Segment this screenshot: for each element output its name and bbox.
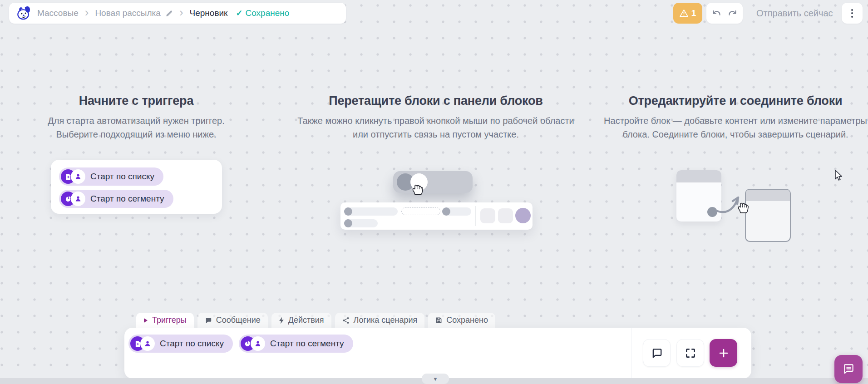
panel-trigger-chips: Старт по списку Старт по сегменту <box>128 335 353 353</box>
onboarding-description: Настройте блок — добавьте контент или из… <box>604 114 867 141</box>
saved-status: ✓ Сохранено <box>236 8 289 18</box>
scenario-canvas[interactable]: Массовые › Новая рассылка › Черновик ✓ С… <box>0 0 868 384</box>
grab-hand-cursor-icon <box>410 182 425 197</box>
person-icon <box>71 169 85 184</box>
lightning-icon <box>279 317 284 324</box>
onboarding-description: Для старта автоматизаций нужен триггер. … <box>27 114 245 141</box>
triggers-panel: Старт по списку Старт по сегменту <box>124 328 751 379</box>
tab-saved[interactable]: Сохранено <box>428 313 495 328</box>
app-logo-dog-icon[interactable] <box>15 4 33 22</box>
onboarding-column-trigger: Начните с триггера Для старта автоматиза… <box>27 94 245 141</box>
skeleton-square <box>498 208 513 223</box>
trigger-chip-label: Старт по списку <box>90 172 154 182</box>
trigger-chip-label: Старт по списку <box>160 339 224 349</box>
trigger-chip-start-by-segment[interactable]: Старт по сегменту <box>239 335 353 353</box>
block-panel-illustration <box>340 202 533 230</box>
plus-icon <box>718 348 729 359</box>
kebab-dot <box>851 9 853 11</box>
undo-icon[interactable] <box>712 10 722 17</box>
tab-label: Логика сценария <box>354 315 418 325</box>
panel-divider <box>631 328 631 379</box>
block-panel-tabs: Триггеры Сообщение Действия Логика сцена… <box>136 313 495 328</box>
dragged-block-illustration <box>393 171 473 193</box>
skeleton-purple-circle <box>515 208 531 223</box>
add-block-button[interactable] <box>710 339 737 367</box>
person-icon <box>71 192 85 206</box>
undo-redo-group <box>706 3 743 24</box>
breadcrumb-separator: › <box>85 8 89 19</box>
trigger-chip-start-by-list[interactable]: Старт по списку <box>128 335 233 353</box>
comment-button[interactable] <box>643 339 671 367</box>
edit-pencil-icon[interactable] <box>165 10 173 17</box>
block-card-header <box>676 170 721 182</box>
chat-lines-icon <box>842 362 855 376</box>
warning-triangle-icon <box>680 9 688 17</box>
support-chat-widget-button[interactable] <box>834 355 863 383</box>
skeleton-circle <box>442 207 450 216</box>
person-icon <box>251 336 265 351</box>
panel-collapse-handle[interactable]: ▼ <box>422 374 449 384</box>
send-now-button[interactable]: Отправить сейчас <box>756 0 833 26</box>
breadcrumb-massovye[interactable]: Массовые <box>37 8 79 18</box>
mouse-arrow-cursor-icon <box>832 169 843 182</box>
onboarding-column-connect: Отредактируйте и соедините блоки Настрой… <box>604 94 867 141</box>
block-card-illustration-outlined <box>745 189 791 242</box>
saved-status-label: Сохранено <box>246 8 290 18</box>
breadcrumb-campaign-name[interactable]: Новая рассылка <box>95 8 160 18</box>
play-icon <box>143 318 148 323</box>
person-icon <box>140 336 155 351</box>
tab-scenario-logic[interactable]: Логика сценария <box>335 313 425 328</box>
save-icon <box>435 317 442 324</box>
tab-message[interactable]: Сообщение <box>197 313 268 328</box>
tab-label: Сохранено <box>446 315 488 325</box>
fullscreen-button[interactable] <box>676 339 704 367</box>
chat-bubble-icon <box>205 317 212 324</box>
onboarding-title: Отредактируйте и соедините блоки <box>604 94 867 108</box>
kebab-dot <box>851 16 853 18</box>
trigger-chip-label: Старт по сегменту <box>90 194 164 204</box>
onboarding-column-drag: Перетащите блоки с панели блоков Также м… <box>295 94 577 141</box>
skeleton-circle <box>344 219 352 227</box>
trigger-chip-start-by-segment[interactable]: Старт по сегменту <box>59 190 173 208</box>
share-icon <box>342 317 350 324</box>
warning-count: 1 <box>691 8 696 18</box>
chevron-down-icon: ▼ <box>433 376 438 384</box>
skeleton-circle <box>344 207 352 216</box>
grab-hand-cursor-icon <box>735 200 751 215</box>
panel-divider <box>475 206 476 226</box>
skeleton-placeholder-dashed <box>401 207 440 215</box>
kebab-dot <box>851 12 853 14</box>
fullscreen-icon <box>685 347 696 359</box>
breadcrumb-status-draft[interactable]: Черновик <box>190 8 228 18</box>
trigger-chip-label: Старт по сегменту <box>270 339 344 349</box>
breadcrumb-separator: › <box>179 8 183 19</box>
redo-icon[interactable] <box>727 10 737 17</box>
speech-bubble-icon <box>651 347 663 359</box>
tab-triggers[interactable]: Триггеры <box>136 313 194 328</box>
check-icon: ✓ <box>236 8 242 18</box>
tab-label: Триггеры <box>152 315 187 325</box>
warning-badge-button[interactable]: 1 <box>673 3 702 24</box>
onboarding-title: Начните с триггера <box>27 94 245 108</box>
tab-label: Сообщение <box>216 315 261 325</box>
block-card-header <box>746 190 790 201</box>
trigger-chip-start-by-list[interactable]: Старт по списку <box>59 167 163 186</box>
onboarding-description: Также можно кликнуть правой кнопкой мыши… <box>295 114 577 141</box>
kebab-menu-button[interactable] <box>842 3 863 24</box>
trigger-menu-card: Старт по списку Старт по сегменту <box>51 160 222 214</box>
onboarding-title: Перетащите блоки с панели блоков <box>295 94 577 108</box>
skeleton-square <box>480 208 495 223</box>
tab-label: Действия <box>288 315 324 325</box>
header-bar: Массовые › Новая рассылка › Черновик ✓ С… <box>9 3 346 24</box>
tab-actions[interactable]: Действия <box>271 313 331 328</box>
